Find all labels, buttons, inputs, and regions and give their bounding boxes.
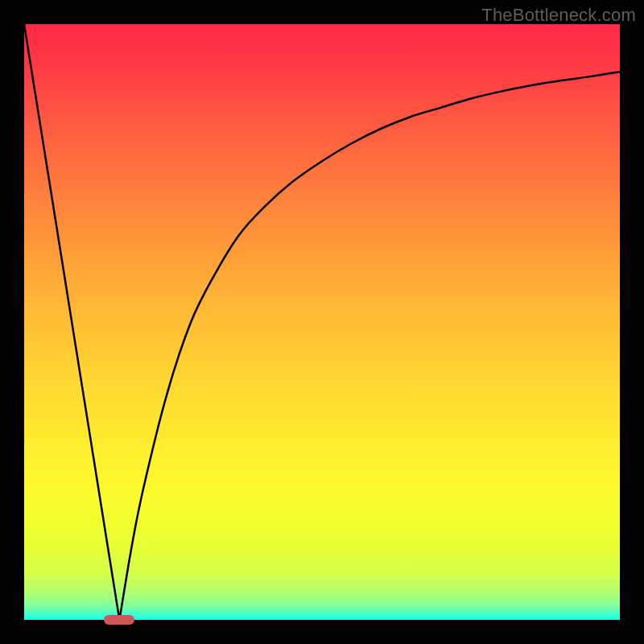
chart-frame: TheBottleneck.com <box>0 0 644 644</box>
plot-area <box>24 24 620 620</box>
chart-curve <box>24 24 620 620</box>
minimum-marker <box>104 615 134 625</box>
curve-path <box>24 24 620 620</box>
watermark-text: TheBottleneck.com <box>481 5 636 26</box>
